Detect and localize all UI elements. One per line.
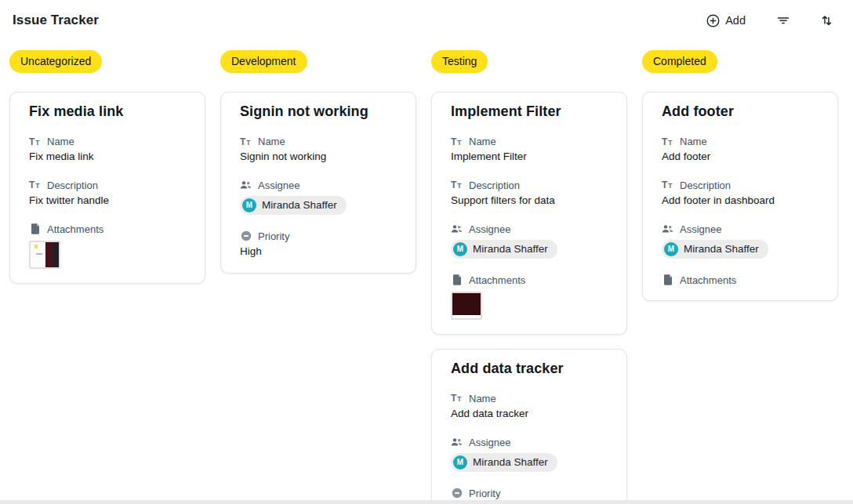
field-label: TTDescription — [451, 179, 608, 191]
field-value: Fix media link — [29, 150, 186, 164]
field-label: Attachments — [451, 274, 608, 286]
card-title: Add footer — [662, 103, 819, 120]
field-label-text: Assignee — [258, 179, 299, 191]
card-field: TTNameAdd data tracker — [451, 393, 608, 421]
assignee-chip: MMiranda Shaffer — [662, 240, 768, 259]
field-label: TTName — [451, 393, 608, 404]
add-button[interactable]: Add — [706, 14, 746, 27]
text-type-icon: TT — [451, 137, 463, 147]
card-title: Add data tracker — [451, 361, 608, 377]
card-field: Attachments — [662, 274, 819, 286]
column-label: Testing — [431, 50, 488, 73]
text-type-icon: TT — [451, 180, 463, 190]
issue-card[interactable]: Add data trackerTTNameAdd data trackerAs… — [431, 349, 627, 504]
field-label: Attachments — [662, 274, 819, 286]
card-field: Attachments — [451, 274, 608, 320]
field-label-text: Description — [469, 179, 520, 191]
field-label: Priority — [451, 488, 608, 499]
users-icon — [451, 437, 463, 447]
column-label: Development — [220, 50, 307, 73]
priority-icon — [451, 488, 463, 499]
file-icon — [451, 274, 463, 285]
users-icon — [240, 180, 252, 190]
board-column: TestingImplement FilterTTNameImplement F… — [431, 50, 627, 504]
issue-card[interactable]: Add footerTTNameAdd footerTTDescriptionA… — [642, 92, 838, 301]
field-label-text: Attachments — [47, 223, 103, 235]
app-header: Issue Tracker Add — [0, 0, 853, 39]
field-label: TTDescription — [662, 179, 819, 191]
attachment-thumbnail[interactable] — [29, 241, 60, 269]
assignee-name: Miranda Shaffer — [473, 456, 548, 468]
field-label-text: Assignee — [469, 223, 510, 235]
card-field: AssigneeMMiranda Shaffer — [451, 223, 608, 259]
assignee-chip: MMiranda Shaffer — [240, 196, 347, 215]
field-label-text: Attachments — [680, 274, 736, 286]
sort-button[interactable] — [821, 14, 833, 27]
card-field: TTNameImplement Filter — [451, 136, 608, 164]
field-label-text: Name — [680, 136, 707, 147]
issue-card[interactable]: Fix media linkTTNameFix media linkTTDesc… — [9, 92, 205, 284]
avatar: M — [242, 198, 256, 212]
column-label: Uncategorized — [9, 50, 102, 73]
field-label-text: Name — [258, 136, 285, 147]
avatar: M — [664, 242, 678, 256]
field-label-text: Name — [47, 136, 74, 147]
field-label: Assignee — [451, 437, 608, 448]
issue-card[interactable]: Signin not workingTTNameSignin not worki… — [220, 92, 416, 274]
field-label-text: Description — [47, 179, 98, 191]
issue-card[interactable]: Implement FilterTTNameImplement FilterTT… — [431, 92, 627, 335]
horizontal-scrollbar[interactable] — [0, 500, 853, 504]
field-value: Signin not working — [240, 150, 397, 164]
avatar: M — [453, 455, 467, 470]
text-type-icon: TT — [29, 180, 41, 190]
page-title: Issue Tracker — [13, 13, 99, 28]
users-icon — [662, 224, 673, 234]
card-field: TTDescriptionSupport filters for data — [451, 179, 608, 208]
card-field: TTDescriptionFix twitter handle — [29, 179, 186, 208]
field-value: Add footer in dashboard — [662, 194, 819, 208]
card-field: TTNameAdd footer — [662, 136, 819, 164]
card-field: Attachments — [29, 223, 186, 269]
field-label-text: Priority — [469, 488, 500, 499]
board-column: CompletedAdd footerTTNameAdd footerTTDes… — [642, 50, 838, 504]
field-label: Assignee — [240, 179, 397, 191]
field-label: Priority — [240, 230, 397, 242]
header-controls: Add — [706, 14, 833, 27]
field-label: TTName — [240, 136, 397, 147]
card-field: TTNameFix media link — [29, 136, 186, 164]
field-label-text: Description — [680, 179, 731, 191]
card-field: TTDescriptionAdd footer in dashboard — [662, 179, 819, 208]
priority-icon — [240, 230, 252, 241]
users-icon — [451, 224, 463, 234]
field-value: Implement Filter — [451, 150, 608, 164]
card-field: TTNameSignin not working — [240, 136, 397, 164]
field-label: TTName — [662, 136, 819, 147]
attachment-thumbnail[interactable] — [451, 292, 482, 320]
card-title: Fix media link — [29, 103, 186, 120]
field-label-text: Assignee — [680, 223, 721, 235]
sort-icon — [821, 14, 833, 27]
field-value: Add data tracker — [451, 408, 608, 421]
field-label-text: Attachments — [469, 274, 525, 286]
assignee-chip: MMiranda Shaffer — [451, 240, 557, 259]
card-field: AssigneeMMiranda Shaffer — [451, 437, 608, 472]
avatar: M — [453, 242, 467, 256]
assignee-chip: MMiranda Shaffer — [451, 453, 557, 472]
field-label: TTName — [451, 136, 608, 147]
assignee-name: Miranda Shaffer — [262, 199, 337, 211]
text-type-icon: TT — [29, 137, 41, 147]
field-value: Fix twitter handle — [29, 194, 186, 208]
file-icon — [29, 223, 41, 234]
field-label-text: Priority — [258, 230, 289, 242]
board-column: DevelopmentSignin not workingTTNameSigni… — [220, 50, 416, 504]
filter-button[interactable] — [777, 15, 789, 26]
board-column: UncategorizedFix media linkTTNameFix med… — [9, 50, 205, 504]
plus-circle-icon — [706, 14, 720, 27]
add-button-label: Add — [725, 14, 746, 27]
text-type-icon: TT — [451, 393, 463, 403]
filter-icon — [777, 15, 789, 26]
text-type-icon: TT — [662, 137, 673, 147]
card-title: Implement Filter — [451, 103, 608, 120]
field-value: Add footer — [662, 150, 819, 164]
field-value: Support filters for data — [451, 194, 608, 208]
